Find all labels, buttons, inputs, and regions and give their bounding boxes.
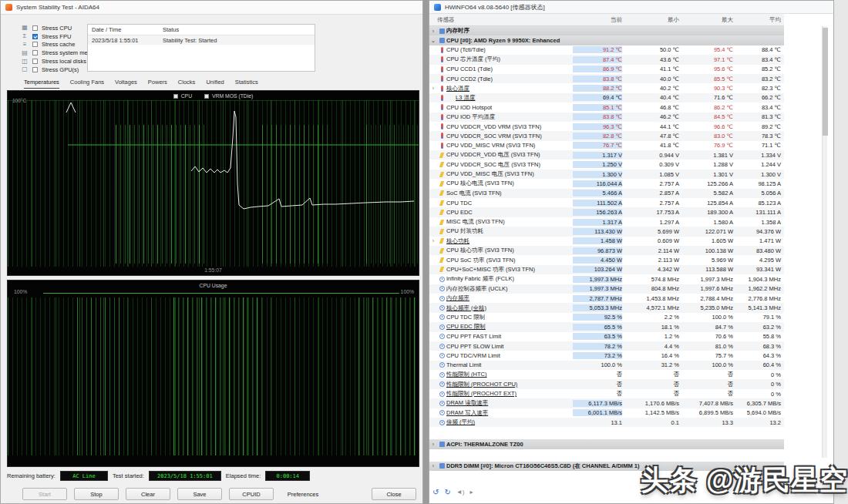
sensor-row[interactable]: CPU VDD_MISC VRM (SVI3 TFN)76.7 ℃41.8 ℃7… — [429, 141, 784, 150]
sensor-row[interactable]: SoC 电流 (SVI3 TFN)5.466 A2.857 A5.582 A5.… — [429, 189, 784, 198]
sensor-row[interactable]: CPU+SoC+MISC 功率 (SVI3 TFN)103.264 W4.342… — [429, 265, 784, 274]
sensor-row[interactable]: CPU 封装功耗113.430 W5.699 W122.071 W94.376 … — [429, 227, 784, 236]
expand-icon[interactable]: › — [429, 442, 437, 447]
value-current: 69.4 ℃ — [573, 94, 622, 101]
clock-icon — [439, 401, 445, 406]
tab-clocks[interactable]: Clocks — [178, 79, 196, 89]
sensor-row[interactable]: CPU TDC111.502 A2.757 A125.854 A85.123 A — [429, 198, 784, 207]
sensor-type-icon — [437, 210, 446, 215]
value-maximum: 13.3 — [679, 419, 733, 426]
sensor-row[interactable]: MISC 电流 (SVI3 TFN)1.317 A1.297 A1.580 A1… — [429, 217, 784, 227]
tab-temperatures[interactable]: Temperatures — [24, 79, 59, 89]
sensor-row[interactable]: 性能限制 (PROCHOT CPU)否否否0 % — [429, 379, 784, 388]
sensor-row[interactable]: DRAM 写入速率6,001.1 MB/s1,142.5 MB/s6,899.5… — [429, 408, 784, 418]
sensor-row[interactable]: 性能限制 (PROCHOT EXT)否否否0 % — [429, 389, 784, 398]
expand-icon[interactable]: › — [429, 86, 437, 91]
sensor-scrollbar[interactable] — [822, 26, 827, 458]
sensor-row[interactable]: L3 温度69.4 ℃40.4 ℃71.6 ℃66.2 ℃ — [429, 93, 784, 102]
sensor-row[interactable]: 倍频 (平均)13.10.113.313.2 — [429, 418, 784, 427]
sensor-row[interactable]: CPU 核心电流 (SVI3 TFN)116.044 A2.757 A125.2… — [429, 179, 784, 188]
value-current: 6,117.3 MB/s — [573, 400, 622, 407]
sensor-row[interactable]: CPU VDDCR_VDD VRM (SVI3 TFN)96.3 ℃44.1 ℃… — [429, 122, 784, 131]
sensor-name: 性能限制 (PROCHOT EXT) — [446, 390, 573, 398]
sensor-row[interactable]: ›核心功耗1.458 W0.609 W1.605 W1.471 W — [429, 237, 784, 246]
sensor-group-row[interactable]: ›内存时序 — [429, 26, 784, 35]
expand-icon[interactable]: › — [429, 463, 437, 469]
logging-start-icon[interactable]: ↻ — [444, 488, 450, 497]
table-gap — [429, 449, 784, 462]
sensor-row[interactable]: CPU VDDCR_SOC VRM (SVI3 TFN)82.8 ℃47.8 ℃… — [429, 131, 784, 140]
hwinfo-titlebar[interactable]: HWiNFO64 v8.08-5640 [传感器状态] — [429, 1, 833, 14]
sensor-table-header[interactable]: 传感器 当前 最小 最大 平均 — [429, 14, 784, 26]
sensor-group-row[interactable]: ⌄CPU [#0]: AMD Ryzen 9 9950X: Enhanced — [429, 35, 784, 45]
value-minimum: 1.2 % — [622, 333, 679, 340]
sensor-row[interactable]: 核心频率 (全核)5,053.3 MHz4,572.1 MHz5,235.0 M… — [429, 303, 784, 312]
sensor-row[interactable]: CPU VDDCR_SOC 电压 (SVI3 TFN)1.250 V0.309 … — [429, 160, 784, 169]
sensor-row[interactable]: CPU IOD Hotspot85.1 ℃46.8 ℃86.2 ℃83.4 ℃ — [429, 102, 784, 112]
sensor-row[interactable]: Thermal Limit100.0 %31.2 %100.0 %60.4 % — [429, 361, 784, 370]
sensor-row[interactable]: CPU PPT FAST Limit63.5 %1.2 %70.6 %55.8 … — [429, 332, 784, 341]
expand-icon[interactable]: › — [429, 238, 437, 244]
sensor-row[interactable]: 性能限制 (HTC)否否否0 % — [429, 370, 784, 379]
sensor-row[interactable]: CPU 芯片温度 (平均)87.4 ℃43.6 ℃97.1 ℃83.4 ℃ — [429, 55, 784, 64]
column-minimum[interactable]: 最小 — [622, 16, 679, 24]
sensor-row[interactable]: CPU IOD 平均温度83.8 ℃46.2 ℃84.5 ℃81.3 ℃ — [429, 113, 784, 122]
expand-tree-icon[interactable]: ▸ — [469, 488, 473, 497]
stress-checkbox[interactable] — [32, 59, 38, 64]
column-current[interactable]: 当前 — [573, 16, 622, 24]
sensor-row[interactable]: CPU (Tctl/Tdie)91.2 ℃50.0 ℃95.4 ℃88.4 ℃ — [429, 45, 784, 55]
aida64-titlebar[interactable]: System Stability Test - AIDA64 — [1, 1, 422, 15]
preferences-button[interactable]: Preferences — [281, 488, 325, 500]
stress-checkbox[interactable] — [32, 34, 38, 39]
sensor-row[interactable]: CPU EDC 限制65.5 %18.1 %84.7 %63.2 % — [429, 322, 784, 331]
save-button[interactable]: Save — [177, 488, 222, 500]
log-row[interactable]: 2023/5/18 1:55:01Stability Test: Started — [88, 35, 315, 45]
cpuid-button[interactable]: CPUID — [229, 488, 274, 500]
sensor-row[interactable]: CPU PPT SLOW Limit78.2 %4.4 %81.0 %68.3 … — [429, 341, 784, 351]
sensor-row[interactable]: CPU VDDCR_VDD 电压 (SVI3 TFN)1.317 V0.944 … — [429, 150, 784, 160]
value-maximum: 95.6 ℃ — [679, 66, 733, 72]
stress-checkbox[interactable] — [32, 25, 38, 31]
sensor-name: 核心频率 (全核) — [446, 304, 573, 312]
sensor-row[interactable]: CPU CCD2 (Tdie)83.8 ℃40.0 ℃85.5 ℃83.2 ℃ — [429, 74, 784, 83]
sensor-row[interactable]: Infinity Fabric 频率 (FCLK)1,997.3 MHz574.… — [429, 274, 784, 284]
value-average: 94.376 W — [733, 228, 784, 235]
stress-checkbox[interactable] — [32, 42, 38, 47]
sensor-row[interactable]: CPU EDC156.263 A17.753 A189.300 A131.111… — [429, 207, 784, 217]
collapse-icon[interactable]: ⌄ — [429, 38, 437, 44]
sensor-row[interactable]: DRAM 读取速率6,117.3 MB/s1,170.6 MB/s7,407.8… — [429, 398, 784, 408]
column-maximum[interactable]: 最大 — [679, 16, 733, 24]
sensor-row[interactable]: 内存频率2,787.7 MHz1,453.8 MHz2,788.4 MHz2,7… — [429, 294, 784, 303]
sensor-name: CPU IOD 平均温度 — [446, 113, 573, 121]
sensor-row[interactable]: 内存控制器频率 (UCLK)1,997.3 MHz804.8 MHz1,997.… — [429, 284, 784, 294]
column-sensor[interactable]: 传感器 — [429, 16, 573, 24]
sensor-row[interactable]: CPU SoC 功率 (SVI3 TFN)4.450 W2.113 W5.969… — [429, 255, 784, 264]
column-average[interactable]: 平均 — [733, 16, 784, 24]
reset-min-max-icon[interactable]: ↺ — [432, 488, 439, 497]
tab-voltages[interactable]: Voltages — [115, 79, 137, 89]
stress-checkbox[interactable] — [32, 50, 38, 55]
stress-checkbox[interactable] — [32, 67, 38, 72]
tab-powers[interactable]: Powers — [148, 79, 167, 89]
tab-unified[interactable]: Unified — [206, 79, 224, 89]
scrollbar-thumb[interactable] — [823, 28, 828, 136]
stop-button[interactable]: Stop — [74, 488, 119, 500]
sensor-row[interactable]: CPU VDD_MISC 电压 (SVI3 TFN)1.300 V1.085 V… — [429, 170, 784, 179]
value-current: 13.1 — [573, 419, 622, 426]
sensor-row[interactable]: CPU CCD1 (Tdie)86.9 ℃41.1 ℃95.6 ℃85.2 ℃ — [429, 65, 784, 74]
sensor-row[interactable]: CPU TDC/VRM Limit73.2 %16.4 %75.7 %64.3 … — [429, 351, 784, 360]
sensor-row[interactable]: ›核心温度88.2 ℃40.2 ℃90.3 ℃82.3 ℃ — [429, 83, 784, 92]
alert-sound-icon[interactable]: ◄) — [456, 488, 465, 497]
sensor-name: CPU VDDCR_VDD VRM (SVI3 TFN) — [446, 123, 573, 130]
expand-icon[interactable]: › — [429, 29, 437, 34]
clear-button[interactable]: Clear — [126, 488, 170, 500]
sensor-group-row[interactable]: ›ACPI: THERMALZONE TZ00 — [429, 439, 784, 449]
lightning-icon — [439, 153, 444, 158]
tab-statistics[interactable]: Statistics — [235, 79, 258, 89]
sensor-row[interactable]: CPU TDC 限制92.5 %2.2 %100.0 %79.1 % — [429, 313, 784, 322]
usage-grid-bright — [173, 297, 266, 455]
tab-cooling-fans[interactable]: Cooling Fans — [70, 79, 104, 89]
thermometer-icon — [441, 143, 443, 149]
sensor-row[interactable]: CPU 核心功率 (SVI3 TFN)96.873 W2.114 W100.13… — [429, 246, 784, 255]
close-button[interactable]: Close — [372, 488, 416, 500]
